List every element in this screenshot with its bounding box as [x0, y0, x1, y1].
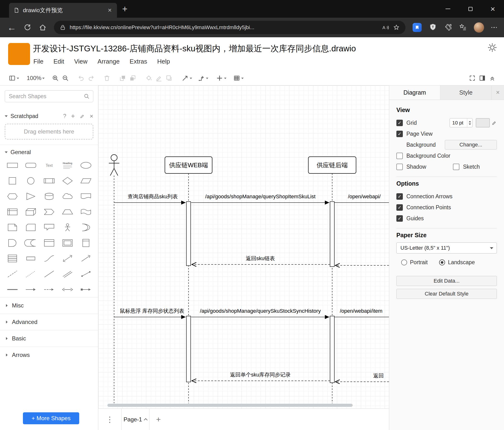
- shape-note[interactable]: [3, 220, 21, 235]
- zoom-in-button[interactable]: [50, 74, 60, 83]
- section-advanced[interactable]: Advanced: [0, 314, 98, 330]
- menu-view[interactable]: View: [74, 58, 88, 65]
- shape-container[interactable]: [40, 235, 58, 251]
- shape-actor[interactable]: [58, 220, 77, 235]
- actor-figure[interactable]: [109, 155, 119, 176]
- scratchpad-close-icon[interactable]: ×: [90, 112, 93, 120]
- search-input[interactable]: [8, 93, 82, 100]
- menu-extras[interactable]: Extras: [130, 58, 147, 65]
- shape-trapezoid[interactable]: [58, 204, 77, 220]
- panel-close-icon[interactable]: ×: [492, 85, 504, 100]
- table-button[interactable]: [232, 74, 245, 83]
- tab-close-icon[interactable]: ×: [107, 7, 113, 14]
- shape-cylinder[interactable]: [40, 188, 58, 204]
- shape-line[interactable]: [40, 266, 58, 282]
- landscape-radio[interactable]: [439, 259, 445, 265]
- edit-data-button[interactable]: Edit Data...: [396, 276, 497, 286]
- page-view-button[interactable]: [7, 74, 20, 83]
- shape-parallelogram[interactable]: [77, 173, 95, 188]
- scratchpad-header[interactable]: Scratchpad ? + ×: [5, 112, 93, 120]
- tab-diagram[interactable]: Diagram: [389, 85, 441, 100]
- shape-dashed-line[interactable]: [3, 266, 21, 282]
- shape-hexagon[interactable]: [3, 188, 21, 204]
- close-button[interactable]: ×: [482, 0, 504, 18]
- shape-arrow[interactable]: [77, 251, 95, 266]
- connection-button[interactable]: [180, 74, 194, 83]
- shape-bidirectional-connector[interactable]: [58, 282, 77, 297]
- add-page-button[interactable]: +: [149, 409, 168, 430]
- section-arrows[interactable]: Arrows: [0, 347, 98, 363]
- shield-extension-icon[interactable]: T: [429, 23, 437, 32]
- shape-heading[interactable]: Heading: [58, 158, 77, 173]
- scratchpad-add-icon[interactable]: +: [71, 112, 75, 120]
- shape-ellipse[interactable]: [77, 158, 95, 173]
- shadow-checkbox[interactable]: [396, 164, 403, 170]
- sequence-diagram[interactable]: 供应链WEB端 供应链后端: [98, 85, 389, 409]
- shape-list[interactable]: [3, 251, 21, 266]
- shape-card[interactable]: [21, 220, 40, 235]
- shape-search[interactable]: [5, 90, 93, 102]
- shape-square[interactable]: [3, 173, 21, 188]
- grid-color-swatch[interactable]: [476, 118, 490, 127]
- background-color-checkbox[interactable]: [396, 153, 403, 159]
- profile-avatar[interactable]: [474, 22, 484, 33]
- shape-link[interactable]: [77, 266, 95, 282]
- shape-diamond[interactable]: [58, 173, 77, 188]
- shape-text[interactable]: Text: [40, 158, 58, 173]
- browser-menu-icon[interactable]: [491, 27, 497, 28]
- activation-bar[interactable]: [330, 202, 334, 267]
- favorites-hub-icon[interactable]: [459, 23, 467, 32]
- change-background-button[interactable]: Change...: [445, 140, 497, 150]
- scratchpad-dropzone[interactable]: Drag elements here: [5, 124, 93, 140]
- shape-step[interactable]: [40, 204, 58, 220]
- home-button[interactable]: [39, 23, 47, 32]
- shape-tape[interactable]: [77, 204, 95, 220]
- scratchpad-edit-icon[interactable]: [80, 113, 85, 119]
- shape-and[interactable]: [3, 235, 21, 251]
- activation-bar[interactable]: [186, 316, 191, 382]
- activation-bar[interactable]: [330, 316, 334, 383]
- shape-cloud[interactable]: [58, 188, 77, 204]
- menu-help[interactable]: Help: [157, 58, 170, 65]
- paper-size-select[interactable]: US-Letter (8,5" x 11"): [396, 243, 497, 253]
- activation-bar[interactable]: [186, 202, 191, 266]
- shape-diagonal-link[interactable]: [58, 266, 77, 282]
- shape-rounded-rectangle[interactable]: [21, 158, 40, 173]
- shape-data-storage[interactable]: [21, 235, 40, 251]
- back-button[interactable]: ←: [7, 23, 16, 32]
- shape-list-item[interactable]: [21, 251, 40, 266]
- shape-rectangle[interactable]: [3, 158, 21, 173]
- pages-menu-icon[interactable]: ⋮: [98, 409, 121, 430]
- refresh-button[interactable]: [23, 23, 32, 32]
- scratchpad-help-icon[interactable]: ?: [63, 113, 66, 120]
- portrait-radio[interactable]: [401, 259, 407, 265]
- menu-edit[interactable]: Edit: [54, 58, 64, 65]
- section-general[interactable]: General: [0, 145, 98, 158]
- menu-file[interactable]: File: [33, 58, 44, 65]
- guides-checkbox[interactable]: ✓: [396, 215, 403, 222]
- page-tab[interactable]: Page-1: [121, 409, 149, 430]
- minimize-button[interactable]: [437, 0, 459, 18]
- collapse-button[interactable]: [487, 74, 497, 83]
- more-shapes-button[interactable]: + More Shapes: [23, 412, 79, 424]
- shape-cube[interactable]: [21, 204, 40, 220]
- horizontal-scrollbar[interactable]: [107, 404, 353, 407]
- extensions-puzzle-icon[interactable]: [444, 23, 452, 32]
- grid-checkbox[interactable]: ✓: [396, 120, 403, 126]
- shape-internal-storage[interactable]: [3, 204, 21, 220]
- format-panel-button[interactable]: [477, 74, 487, 83]
- section-basic[interactable]: Basic: [0, 330, 98, 347]
- page-view-checkbox[interactable]: ✓: [396, 131, 403, 137]
- section-misc[interactable]: Misc: [0, 297, 98, 314]
- connection-points-checkbox[interactable]: ✓: [396, 204, 403, 211]
- shape-dotted-line[interactable]: [21, 266, 40, 282]
- shape-arrow-box[interactable]: [77, 282, 95, 297]
- zoom-level-button[interactable]: 100%: [25, 74, 46, 82]
- shape-horizontal-line[interactable]: [3, 282, 21, 297]
- shape-circle[interactable]: [21, 173, 40, 188]
- shape-process[interactable]: [40, 173, 58, 188]
- connection-arrows-checkbox[interactable]: ✓: [396, 193, 403, 200]
- shape-document[interactable]: [77, 188, 95, 204]
- shape-directional-arrow[interactable]: [21, 282, 40, 297]
- fullscreen-button[interactable]: [467, 74, 477, 83]
